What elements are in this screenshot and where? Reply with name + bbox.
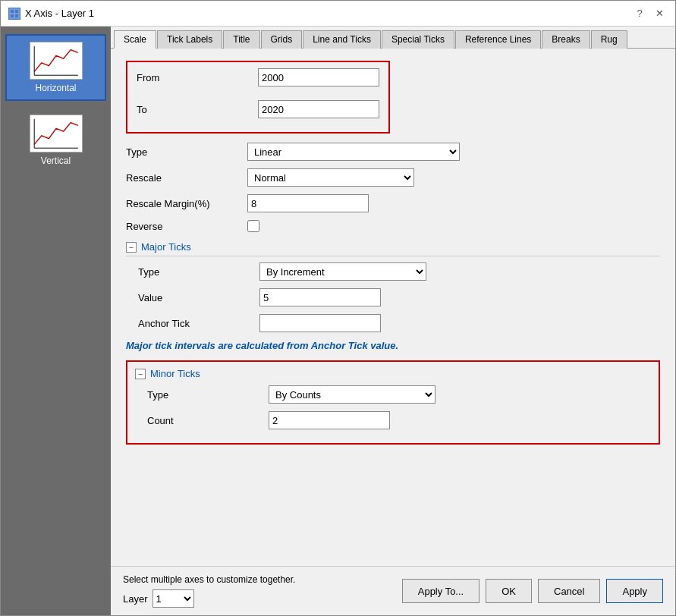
minor-type-select[interactable]: By Counts [269,385,435,404]
minor-ticks-content: Type By Counts Count [135,385,651,429]
rescale-margin-input[interactable] [247,194,369,212]
horizontal-label: Horizontal [35,83,76,93]
sidebar: Horizontal Vertical [1,27,111,615]
type-label: Type [126,146,247,158]
major-value-label: Value [138,292,259,303]
to-label: To [137,104,258,115]
major-type-label: Type [138,266,259,278]
major-ticks-content: Type By Increment Value Anchor Tick [126,262,660,332]
major-ticks-collapse[interactable]: − [126,242,137,253]
anchor-tick-row: Anchor Tick [138,314,660,332]
title-bar-controls: ? ✕ [631,5,668,22]
count-input[interactable] [269,411,390,429]
info-text: Major tick intervals are calculated from… [126,340,660,351]
tab-tick-labels[interactable]: Tick Labels [157,30,222,49]
to-input[interactable] [258,100,379,118]
major-value-row: Value [138,288,660,306]
type-select-wrapper: Linear [247,143,460,161]
tab-reference-lines[interactable]: Reference Lines [455,30,541,49]
tab-rug[interactable]: Rug [591,30,627,49]
major-ticks-label: Major Ticks [141,241,191,253]
bottom-bar: Select multiple axes to customize togeth… [111,566,675,615]
major-type-row: Type By Increment [138,262,660,281]
layer-label: Layer [123,593,148,605]
horizontal-thumb [30,42,83,80]
ok-button[interactable]: OK [486,579,532,603]
dialog-icon [8,8,20,20]
bottom-buttons: Apply To... OK Cancel Apply [402,579,663,603]
layer-select[interactable]: 1 [152,589,194,608]
tab-line-and-ticks[interactable]: Line and Ticks [303,30,381,49]
from-row: From [137,68,379,86]
dialog-body: Horizontal Vertical Scale [1,27,675,615]
anchor-tick-label: Anchor Tick [138,318,259,329]
major-ticks-header: − Major Ticks [126,241,660,256]
rescale-margin-row: Rescale Margin(%) [126,194,660,212]
apply-to-button[interactable]: Apply To... [402,579,479,603]
apply-button[interactable]: Apply [606,579,663,603]
minor-ticks-label: Minor Ticks [150,368,200,379]
tab-title[interactable]: Title [223,30,259,49]
dialog: X Axis - Layer 1 ? ✕ Horizontal [0,0,676,616]
major-value-input[interactable] [259,288,381,306]
tab-scale[interactable]: Scale [114,30,156,49]
count-label: Count [147,415,269,426]
sidebar-item-horizontal[interactable]: Horizontal [5,34,106,101]
vertical-label: Vertical [41,156,71,166]
from-to-section: From To [126,61,390,134]
from-input[interactable] [258,68,379,86]
minor-type-row: Type By Counts [147,385,651,404]
reverse-row: Reverse [126,220,660,232]
count-row: Count [147,411,651,429]
close-button[interactable]: ✕ [651,5,668,22]
major-type-select[interactable]: By Increment [259,262,426,281]
minor-ticks-collapse[interactable]: − [135,369,146,379]
title-bar-left: X Axis - Layer 1 [8,8,94,20]
minor-type-label: Type [147,389,269,401]
cancel-button[interactable]: Cancel [538,579,600,603]
help-button[interactable]: ? [631,5,648,22]
rescale-row: Rescale Normal [126,168,660,187]
from-label: From [137,72,258,83]
tab-special-ticks[interactable]: Special Ticks [382,30,454,49]
layer-row: Layer 1 [123,589,295,608]
to-row: To [137,100,379,118]
form-area: From To Type Linear [111,49,675,566]
main-content: Scale Tick Labels Title Grids Line and T… [111,27,675,615]
rescale-margin-label: Rescale Margin(%) [126,198,247,209]
bottom-left: Select multiple axes to customize togeth… [123,574,295,608]
tabs-bar: Scale Tick Labels Title Grids Line and T… [111,27,675,49]
status-text: Select multiple axes to customize togeth… [123,574,295,585]
type-select[interactable]: Linear [247,143,460,161]
tab-grids[interactable]: Grids [261,30,303,49]
rescale-label: Rescale [126,172,247,184]
svg-rect-3 [30,42,81,79]
anchor-tick-input[interactable] [259,314,381,332]
vertical-thumb [30,115,83,152]
title-bar: X Axis - Layer 1 ? ✕ [1,1,675,27]
minor-ticks-box: − Minor Ticks Type By Counts [126,360,660,445]
minor-ticks-header: − Minor Ticks [135,368,651,379]
rescale-select[interactable]: Normal [247,168,414,187]
dialog-title: X Axis - Layer 1 [25,8,94,19]
svg-rect-6 [30,115,81,152]
sidebar-item-vertical[interactable]: Vertical [5,107,106,174]
type-row: Type Linear [126,143,660,161]
reverse-label: Reverse [126,221,247,232]
reverse-checkbox[interactable] [247,220,259,232]
tab-breaks[interactable]: Breaks [542,30,590,49]
